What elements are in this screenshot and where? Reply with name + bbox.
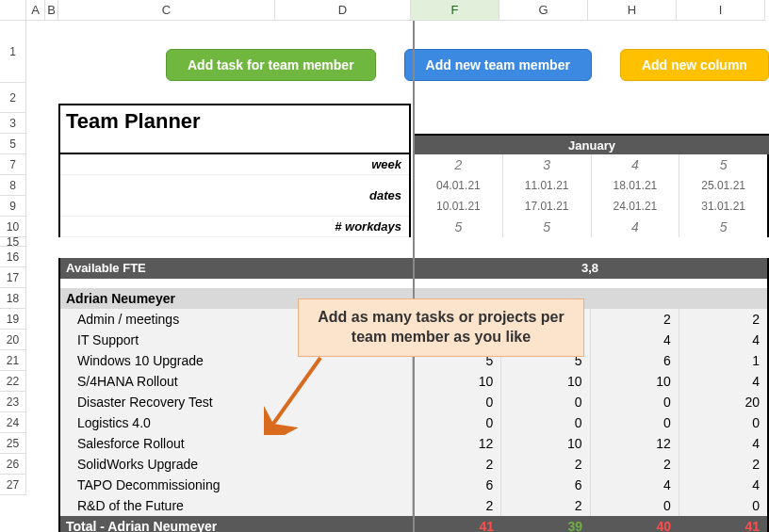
row-header-cell[interactable]: 23 [0, 392, 26, 412]
week-start-date[interactable]: 25.01.21 [679, 175, 767, 196]
task-value-cell[interactable]: 2 [501, 495, 590, 516]
task-value-cell[interactable]: 2 [591, 309, 679, 330]
total-value-cell: 41 [679, 516, 767, 532]
task-value-cell[interactable]: 20 [679, 392, 767, 412]
add-column-button[interactable]: Add new column [620, 49, 769, 81]
task-name[interactable]: SolidWorks Upgrade [60, 454, 413, 475]
add-member-button[interactable]: Add new team member [404, 49, 592, 81]
add-task-button[interactable]: Add task for team member [166, 49, 376, 81]
week-start-date[interactable]: 04.01.21 [415, 175, 502, 196]
column-header-cell[interactable]: I [677, 0, 765, 21]
task-value-cell[interactable]: 1 [679, 350, 767, 371]
row-header-cell[interactable]: 20 [0, 330, 26, 350]
row-header-cell[interactable]: 2 [0, 83, 26, 113]
task-value-cell[interactable]: 10 [501, 371, 590, 392]
task-name[interactable]: Salesforce Rollout [60, 433, 413, 454]
task-value-cell[interactable]: 4 [591, 330, 679, 350]
task-name[interactable]: S/4HANA Rollout [60, 371, 413, 392]
workdays-count[interactable]: 5 [679, 217, 767, 237]
row-header-cell[interactable]: 5 [0, 134, 26, 154]
task-value-cell[interactable]: 12 [591, 433, 679, 454]
column-header-cell[interactable]: F [411, 0, 499, 21]
week-number[interactable]: 5 [679, 154, 767, 175]
week-number[interactable]: 4 [592, 154, 679, 175]
row-header-cell[interactable]: 1 [0, 21, 26, 83]
week-label: week [60, 154, 409, 175]
task-value-cell[interactable]: 0 [679, 412, 767, 433]
task-value-cell[interactable]: 6 [413, 475, 501, 495]
task-value-cell[interactable]: 2 [591, 454, 679, 475]
total-value-cell: 41 [413, 516, 501, 532]
row-header-cell[interactable]: 22 [0, 371, 26, 392]
task-value-cell[interactable]: 10 [591, 371, 679, 392]
task-value-cell[interactable]: 2 [413, 454, 501, 475]
row-header-cell[interactable]: 7 [0, 154, 26, 175]
week-column: 418.01.2124.01.214 [592, 154, 680, 237]
workdays-count[interactable]: 4 [592, 217, 679, 237]
task-name[interactable]: R&D of the Future [60, 495, 413, 516]
task-value-cell[interactable]: 4 [679, 475, 767, 495]
row-header-cell[interactable]: 15 [0, 237, 26, 247]
task-value-cell[interactable]: 0 [591, 392, 679, 412]
row-header-cell[interactable]: 16 [0, 247, 26, 267]
task-value-cell[interactable]: 0 [591, 495, 679, 516]
week-end-date[interactable]: 17.01.21 [503, 196, 591, 217]
row-header-cell[interactable]: 17 [0, 267, 26, 288]
row-header-cell[interactable]: 25 [0, 433, 26, 454]
fte-label: Available FTE [60, 258, 413, 279]
task-name[interactable]: Logistics 4.0 [60, 412, 413, 433]
task-value-cell[interactable]: 12 [413, 433, 501, 454]
column-header-cell[interactable]: G [499, 0, 588, 21]
sheet-title[interactable]: Team Planner [58, 104, 411, 154]
week-number[interactable]: 3 [503, 154, 591, 175]
row-header-cell[interactable]: 9 [0, 196, 26, 217]
week-column: 204.01.2110.01.215 [415, 154, 503, 237]
task-value-cell[interactable]: 4 [679, 433, 767, 454]
task-value-cell[interactable]: 2 [413, 495, 501, 516]
row-header-cell[interactable]: 19 [0, 309, 26, 330]
row-header-cell[interactable]: 26 [0, 454, 26, 475]
column-header-cell[interactable]: H [588, 0, 677, 21]
week-column: 311.01.2117.01.215 [503, 154, 592, 237]
column-header-cell[interactable] [0, 0, 26, 21]
fte-value: 3,8 [413, 258, 767, 279]
row-header-cell[interactable]: 21 [0, 350, 26, 371]
task-name[interactable]: TAPO Decommissioning [60, 475, 413, 495]
week-end-date[interactable]: 31.01.21 [679, 196, 767, 217]
task-value-cell[interactable]: 0 [501, 412, 590, 433]
task-value-cell[interactable]: 0 [591, 412, 679, 433]
row-header-cell[interactable]: 8 [0, 175, 26, 196]
task-name[interactable]: Disaster Recovery Test [60, 392, 413, 412]
week-start-date[interactable]: 18.01.21 [592, 175, 679, 196]
row-header-cell[interactable]: 27 [0, 475, 26, 495]
task-value-cell[interactable]: 0 [413, 412, 501, 433]
task-value-cell[interactable]: 4 [679, 330, 767, 350]
row-header-cell[interactable]: 18 [0, 288, 26, 309]
week-end-date[interactable]: 24.01.21 [592, 196, 679, 217]
freeze-pane-divider [413, 21, 415, 532]
task-value-cell[interactable]: 2 [679, 454, 767, 475]
row-header-cell[interactable]: 3 [0, 113, 26, 134]
task-value-cell[interactable]: 0 [679, 495, 767, 516]
week-number[interactable]: 2 [415, 154, 502, 175]
task-value-cell[interactable]: 4 [679, 371, 767, 392]
task-value-cell[interactable]: 10 [413, 371, 501, 392]
task-value-cell[interactable]: 4 [591, 475, 679, 495]
row-header-cell[interactable]: 24 [0, 412, 26, 433]
workdays-count[interactable]: 5 [415, 217, 502, 237]
task-value-cell[interactable]: 6 [591, 350, 679, 371]
task-value-cell[interactable]: 0 [501, 392, 590, 412]
task-value-cell[interactable]: 2 [501, 454, 590, 475]
task-value-cell[interactable]: 0 [413, 392, 501, 412]
column-header-cell[interactable]: B [45, 0, 58, 21]
task-value-cell[interactable]: 2 [679, 309, 767, 330]
column-header-cell[interactable]: C [58, 0, 275, 21]
task-value-cell[interactable]: 6 [501, 475, 590, 495]
task-value-cell[interactable]: 10 [501, 433, 590, 454]
week-end-date[interactable]: 10.01.21 [415, 196, 502, 217]
column-header-cell[interactable]: D [275, 0, 411, 21]
column-header-cell[interactable]: A [26, 0, 45, 21]
row-header-cell[interactable]: 10 [0, 217, 26, 237]
workdays-count[interactable]: 5 [503, 217, 591, 237]
week-start-date[interactable]: 11.01.21 [503, 175, 591, 196]
